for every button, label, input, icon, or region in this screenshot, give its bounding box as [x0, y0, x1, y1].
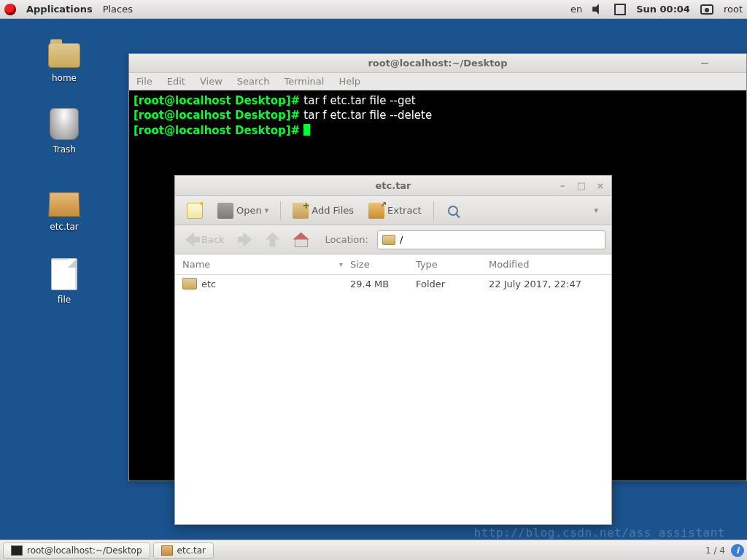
extract-button[interactable]: Extract [363, 200, 427, 222]
menu-help[interactable]: Help [338, 76, 360, 87]
extract-icon [368, 203, 384, 219]
location-input[interactable] [400, 234, 600, 245]
location-field[interactable] [377, 230, 605, 249]
folder-icon [48, 43, 80, 68]
archive-titlebar[interactable]: etc.tar – □ × [175, 176, 611, 196]
archive-column-headers: Name ▾ Size Type Modified [175, 254, 611, 275]
file-icon [51, 258, 77, 290]
terminal-menubar: File Edit View Search Terminal Help [129, 73, 746, 90]
menu-terminal[interactable]: Terminal [284, 76, 324, 87]
applications-menu[interactable]: Applications [26, 4, 93, 15]
desktop-icon-trash[interactable]: Trash [29, 106, 99, 155]
open-icon [217, 203, 233, 219]
desktop-icon-etctar[interactable]: etc.tar [29, 184, 99, 232]
separator [433, 201, 434, 220]
network-icon[interactable] [614, 4, 626, 15]
col-size-header[interactable]: Size [350, 259, 416, 270]
archive-toolbar: Open ▾ Add Files Extract ▾ [175, 196, 611, 225]
new-icon [187, 203, 203, 219]
desktop-icon-label: home [29, 73, 99, 83]
watermark-text: http://blog.csdn.net/ass_assistant [473, 526, 725, 540]
prompt: [root@localhost Desktop]# [133, 124, 303, 137]
list-item[interactable]: etc 29.4 MB Folder 22 July 2017, 22:47 [175, 275, 611, 292]
folder-icon [382, 235, 395, 245]
clock[interactable]: Sun 00:04 [636, 4, 690, 15]
chevron-down-icon: ▾ [265, 206, 269, 215]
add-icon [293, 203, 309, 219]
desktop-icon-label: Trash [29, 144, 99, 155]
task-label: etc.tar [177, 545, 206, 556]
minimize-icon[interactable] [701, 63, 708, 64]
keyboard-layout-indicator[interactable]: en [570, 4, 582, 15]
col-name-header[interactable]: Name ▾ [182, 259, 350, 270]
archive-navbar: Back Location: [175, 225, 611, 254]
nav-back-button[interactable]: Back [181, 230, 229, 250]
col-modified-header[interactable]: Modified [489, 259, 604, 270]
gnome-bottom-panel: root@localhost:~/Desktop etc.tar 1 / 4 i [0, 540, 747, 560]
prompt: [root@localhost Desktop]# [133, 94, 303, 107]
folder-icon [182, 278, 197, 289]
taskbar-item-archive[interactable]: etc.tar [153, 542, 214, 559]
new-archive-button[interactable] [181, 200, 209, 222]
file-size: 29.4 MB [350, 279, 416, 289]
search-button[interactable] [440, 201, 466, 221]
terminal-titlebar[interactable]: root@localhost:~/Desktop [129, 54, 746, 73]
maximize-icon[interactable]: □ [576, 180, 587, 190]
prompt: [root@localhost Desktop]# [133, 109, 303, 122]
search-icon [448, 206, 458, 216]
archive-icon [161, 545, 173, 556]
power-icon[interactable] [700, 4, 713, 15]
nav-forward-button[interactable] [233, 230, 257, 250]
back-icon [185, 233, 200, 247]
desktop-icon-home[interactable]: home [29, 35, 99, 83]
info-icon[interactable]: i [731, 544, 744, 557]
workspace-indicator[interactable]: 1 / 4 [705, 545, 725, 556]
separator [280, 201, 281, 220]
archive-menu-button[interactable]: ▾ [587, 203, 605, 218]
minimize-icon[interactable]: – [557, 180, 568, 190]
user-menu[interactable]: root [724, 4, 743, 15]
nav-up-button[interactable] [261, 230, 285, 250]
chevron-down-icon: ▾ [594, 206, 598, 215]
gnome-top-panel: Applications Places en Sun 00:04 root [0, 0, 747, 19]
menu-search[interactable]: Search [237, 76, 270, 87]
desktop-icon-label: file [29, 295, 99, 305]
desktop-icon-label: etc.tar [29, 222, 99, 232]
command-text: tar f etc.tar file --get [303, 94, 415, 107]
nav-home-button[interactable] [289, 230, 314, 250]
button-label: Add Files [311, 205, 354, 216]
button-label: Back [201, 234, 225, 245]
distro-icon [4, 4, 16, 15]
sort-indicator-icon: ▾ [339, 260, 343, 268]
archive-title: etc.tar [375, 180, 411, 191]
home-icon [293, 233, 309, 247]
location-label: Location: [325, 234, 368, 245]
button-label: Open [236, 205, 262, 216]
button-label: Extract [387, 205, 422, 216]
terminal-icon [11, 545, 23, 556]
close-icon[interactable]: × [595, 180, 605, 190]
volume-icon[interactable] [592, 4, 604, 15]
places-menu[interactable]: Places [103, 4, 133, 15]
terminal-title: root@localhost:~/Desktop [368, 58, 507, 69]
archive-icon [48, 192, 80, 217]
file-modified: 22 July 2017, 22:47 [489, 279, 604, 289]
file-type: Folder [416, 279, 489, 289]
add-files-button[interactable]: Add Files [287, 200, 360, 222]
menu-view[interactable]: View [200, 76, 222, 87]
task-label: root@localhost:~/Desktop [27, 545, 142, 556]
forward-icon [238, 233, 252, 247]
archive-file-list[interactable]: etc 29.4 MB Folder 22 July 2017, 22:47 [175, 275, 611, 524]
taskbar-item-terminal[interactable]: root@localhost:~/Desktop [3, 542, 150, 559]
cursor [303, 124, 310, 136]
open-archive-button[interactable]: Open ▾ [212, 200, 274, 222]
trash-icon [50, 108, 79, 140]
desktop-icon-file[interactable]: file [29, 257, 99, 305]
menu-edit[interactable]: Edit [167, 76, 185, 87]
command-text: tar f etc.tar file --delete [303, 109, 432, 122]
archive-window: etc.tar – □ × Open ▾ Add Files Extract [174, 175, 612, 525]
menu-file[interactable]: File [136, 76, 152, 87]
file-name: etc [201, 279, 216, 289]
col-type-header[interactable]: Type [416, 259, 489, 270]
up-icon [266, 233, 280, 247]
